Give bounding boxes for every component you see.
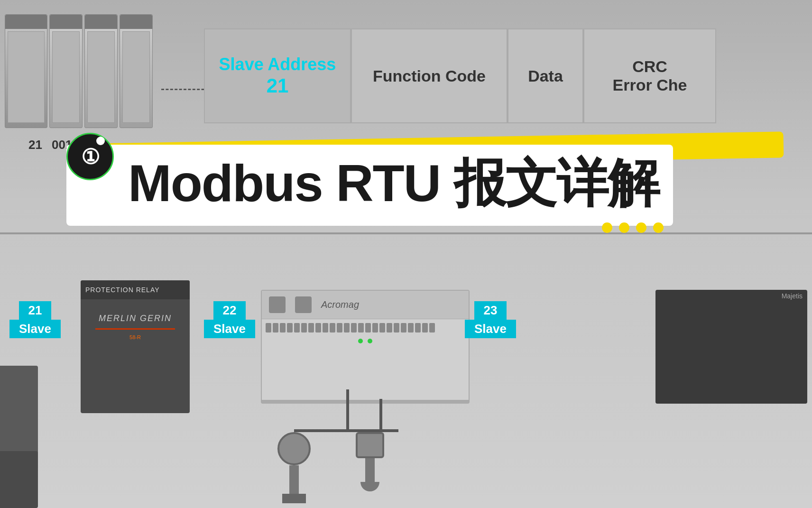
- plc-number-label: 21: [28, 138, 42, 152]
- number-badge: ①: [66, 133, 114, 180]
- pin-13: [351, 323, 357, 333]
- function-code-text: Function Code: [373, 67, 486, 85]
- led-indicator-2: [368, 339, 372, 343]
- pin-10: [330, 323, 335, 333]
- protection-relay-device: PROTECTION RELAY MERLIN GERIN 58-R: [81, 280, 190, 413]
- sensor-2: [351, 432, 389, 508]
- pin-17: [379, 323, 385, 333]
- slave-22-number: 22: [213, 301, 246, 320]
- sensor-1-head: [277, 432, 311, 465]
- dashed-connector-line: [161, 89, 209, 90]
- pin-12: [344, 323, 350, 333]
- crc-text: CRCError Che: [613, 57, 687, 94]
- pin-18: [387, 323, 392, 333]
- cable-vertical-right: [379, 399, 382, 432]
- pin-14: [358, 323, 364, 333]
- slave-address-value: 21: [219, 74, 336, 97]
- pin-5: [294, 323, 300, 333]
- crc-cell: CRCError Che: [583, 28, 716, 123]
- plc-stripe-2: [85, 15, 117, 29]
- slave-23-number: 23: [474, 301, 507, 320]
- plc-module-1: [49, 14, 83, 128]
- slave-23-label: Slave: [465, 320, 516, 338]
- acromag-device: Acromag: [261, 290, 470, 404]
- acromag-port-1: [269, 296, 286, 313]
- plc-stripe-1: [50, 15, 82, 29]
- sensor-1: [275, 432, 313, 508]
- acromag-port-2: [295, 296, 312, 313]
- sensor-1-base: [282, 494, 306, 503]
- plc-body-2: [87, 31, 115, 123]
- sensor-2-head: [356, 432, 384, 458]
- acromag-brand-label: Acromag: [321, 299, 359, 310]
- pin-8: [315, 323, 321, 333]
- plc-module-2: [84, 14, 118, 128]
- acromag-pin-grid: [262, 319, 469, 336]
- sensor-2-neck: [365, 458, 375, 482]
- pin-21: [408, 323, 414, 333]
- plc-module-3: [120, 14, 153, 128]
- sensor-2-base: [360, 482, 379, 491]
- pin-4: [287, 323, 293, 333]
- plc-stripe-3: [120, 15, 152, 29]
- led-indicator-1: [358, 339, 363, 343]
- sensor-container: [275, 432, 389, 508]
- function-code-cell: Function Code: [351, 28, 508, 123]
- relay-header: PROTECTION RELAY: [81, 280, 190, 299]
- pin-1: [266, 323, 271, 333]
- device-brand-label: Majetis: [782, 292, 803, 300]
- white-dot-decoration: [96, 137, 105, 145]
- relay-brand: MERLIN GERIN: [85, 314, 185, 323]
- yellow-dots-decoration: [602, 222, 664, 233]
- pin-20: [401, 323, 406, 333]
- pin-19: [394, 323, 399, 333]
- plc-device: [5, 14, 157, 138]
- pin-11: [337, 323, 342, 333]
- slave-address-cell: Slave Address 21: [204, 28, 351, 123]
- pin-3: [280, 323, 286, 333]
- right-screen-device: Majetis: [655, 290, 807, 404]
- slave-21-label: Slave: [9, 320, 61, 338]
- acromag-bottom-bar: [262, 400, 469, 403]
- pin-2: [273, 323, 278, 333]
- slave-address-text: Slave Address 21: [219, 55, 336, 97]
- main-scene: 21 001101 Slave Address 21 Function Code…: [0, 0, 812, 508]
- plc-body-1: [52, 31, 80, 123]
- slave-22-label: Slave: [204, 320, 255, 338]
- plc-stripe: [5, 15, 47, 29]
- bus-line: [0, 232, 812, 234]
- device-screen: Majetis: [655, 290, 807, 404]
- left-cut-device-top: [0, 366, 38, 461]
- data-cell: Data: [508, 28, 583, 123]
- left-cut-device-bottom: [0, 451, 38, 508]
- pin-16: [372, 323, 378, 333]
- yellow-dot-1: [602, 222, 612, 233]
- pin-7: [308, 323, 314, 333]
- slave-21-number: 21: [19, 301, 52, 320]
- main-title-text: Modbus RTU 报文详解: [66, 145, 673, 226]
- pin-23: [422, 323, 428, 333]
- yellow-dot-2: [619, 222, 629, 233]
- yellow-dot-4: [653, 222, 664, 233]
- pin-22: [415, 323, 421, 333]
- plc-body: [8, 31, 45, 123]
- relay-body: MERLIN GERIN 58-R: [81, 299, 190, 345]
- pin-15: [365, 323, 371, 333]
- relay-title: PROTECTION RELAY: [85, 286, 160, 294]
- badge-number: ①: [81, 145, 100, 169]
- relay-sub-brand: 58-R: [85, 334, 185, 340]
- pin-6: [301, 323, 307, 333]
- acromag-top: Acromag: [262, 291, 469, 319]
- pin-9: [323, 323, 328, 333]
- pin-24: [429, 323, 435, 333]
- yellow-dot-3: [636, 222, 646, 233]
- plc-main-module: [5, 14, 47, 128]
- acromag-bottom-row: [262, 336, 469, 346]
- title-overlay: ① Modbus RTU 报文详解: [66, 138, 807, 226]
- data-text: Data: [528, 67, 563, 85]
- plc-body-3: [122, 31, 150, 123]
- slave-23-box: 23 Slave: [465, 301, 516, 338]
- slave-21-box: 21 Slave: [9, 301, 61, 338]
- cable-vertical-left: [346, 389, 349, 432]
- slave-22-box: 22 Slave: [204, 301, 255, 338]
